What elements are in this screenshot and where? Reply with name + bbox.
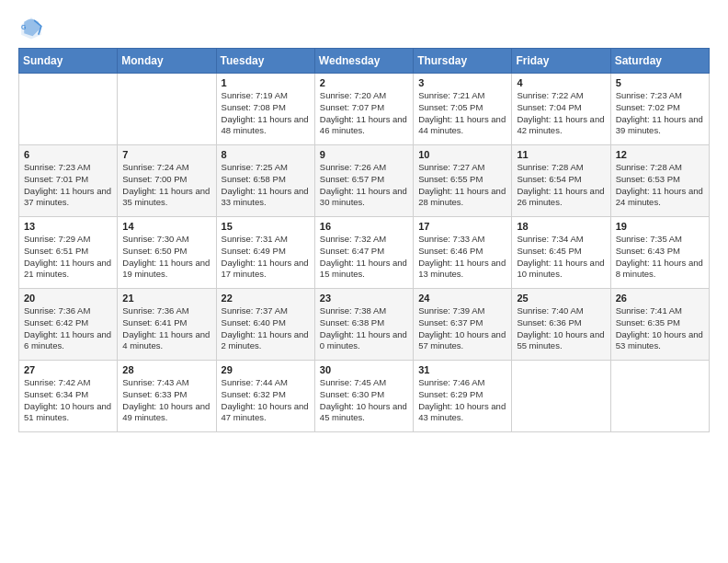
day-info: Sunrise: 7:23 AM Sunset: 7:02 PM Dayligh… — [616, 90, 704, 137]
day-info: Sunrise: 7:45 AM Sunset: 6:30 PM Dayligh… — [320, 377, 408, 424]
col-header-thursday: Thursday — [414, 49, 512, 74]
logo-icon: G — [18, 15, 44, 40]
calendar-cell: 15Sunrise: 7:31 AM Sunset: 6:49 PM Dayli… — [216, 217, 314, 289]
day-number: 27 — [24, 364, 112, 375]
day-number: 16 — [320, 221, 408, 232]
day-number: 5 — [616, 77, 704, 88]
day-info: Sunrise: 7:36 AM Sunset: 6:42 PM Dayligh… — [24, 305, 112, 352]
calendar-cell: 16Sunrise: 7:32 AM Sunset: 6:47 PM Dayli… — [314, 217, 413, 289]
day-number: 25 — [517, 293, 605, 304]
day-info: Sunrise: 7:34 AM Sunset: 6:45 PM Dayligh… — [517, 234, 605, 281]
calendar-week-3: 13Sunrise: 7:29 AM Sunset: 6:51 PM Dayli… — [19, 217, 710, 289]
day-info: Sunrise: 7:39 AM Sunset: 6:37 PM Dayligh… — [418, 305, 506, 352]
day-info: Sunrise: 7:28 AM Sunset: 6:53 PM Dayligh… — [616, 162, 704, 209]
day-info: Sunrise: 7:35 AM Sunset: 6:43 PM Dayligh… — [616, 234, 704, 281]
day-number: 24 — [418, 293, 506, 304]
day-number: 12 — [616, 149, 704, 160]
day-info: Sunrise: 7:23 AM Sunset: 7:01 PM Dayligh… — [24, 162, 112, 209]
calendar-cell: 28Sunrise: 7:43 AM Sunset: 6:33 PM Dayli… — [118, 361, 216, 432]
calendar-cell: 26Sunrise: 7:41 AM Sunset: 6:35 PM Dayli… — [610, 289, 709, 361]
day-number: 31 — [418, 364, 506, 375]
calendar-cell: 2Sunrise: 7:20 AM Sunset: 7:07 PM Daylig… — [314, 74, 413, 145]
day-info: Sunrise: 7:28 AM Sunset: 6:54 PM Dayligh… — [517, 162, 605, 209]
calendar-week-1: 1Sunrise: 7:19 AM Sunset: 7:08 PM Daylig… — [19, 74, 710, 145]
calendar-cell: 4Sunrise: 7:22 AM Sunset: 7:04 PM Daylig… — [512, 74, 610, 145]
day-info: Sunrise: 7:26 AM Sunset: 6:57 PM Dayligh… — [320, 162, 408, 209]
day-number: 28 — [122, 364, 210, 375]
logo: G — [18, 15, 48, 40]
svg-text:G: G — [21, 24, 27, 30]
day-info: Sunrise: 7:25 AM Sunset: 6:58 PM Dayligh… — [222, 162, 310, 209]
day-number: 10 — [418, 149, 506, 160]
day-number: 29 — [222, 364, 310, 375]
col-header-monday: Monday — [118, 49, 216, 74]
day-info: Sunrise: 7:22 AM Sunset: 7:04 PM Dayligh… — [517, 90, 605, 137]
calendar-cell: 18Sunrise: 7:34 AM Sunset: 6:45 PM Dayli… — [512, 217, 610, 289]
calendar-week-2: 6Sunrise: 7:23 AM Sunset: 7:01 PM Daylig… — [19, 145, 710, 217]
day-number: 30 — [320, 364, 408, 375]
day-number: 6 — [24, 149, 112, 160]
day-info: Sunrise: 7:43 AM Sunset: 6:33 PM Dayligh… — [122, 377, 210, 424]
calendar-cell: 13Sunrise: 7:29 AM Sunset: 6:51 PM Dayli… — [19, 217, 118, 289]
day-number: 9 — [320, 149, 408, 160]
day-number: 20 — [24, 293, 112, 304]
day-number: 7 — [122, 149, 210, 160]
calendar-cell — [512, 361, 610, 432]
calendar-cell: 9Sunrise: 7:26 AM Sunset: 6:57 PM Daylig… — [314, 145, 413, 217]
calendar-cell: 12Sunrise: 7:28 AM Sunset: 6:53 PM Dayli… — [610, 145, 709, 217]
day-info: Sunrise: 7:42 AM Sunset: 6:34 PM Dayligh… — [24, 377, 112, 424]
calendar-cell — [118, 74, 216, 145]
day-number: 14 — [122, 221, 210, 232]
day-info: Sunrise: 7:44 AM Sunset: 6:32 PM Dayligh… — [222, 377, 310, 424]
day-info: Sunrise: 7:29 AM Sunset: 6:51 PM Dayligh… — [24, 234, 112, 281]
calendar-cell: 31Sunrise: 7:46 AM Sunset: 6:29 PM Dayli… — [414, 361, 512, 432]
day-info: Sunrise: 7:24 AM Sunset: 7:00 PM Dayligh… — [122, 162, 210, 209]
day-number: 19 — [616, 221, 704, 232]
day-info: Sunrise: 7:46 AM Sunset: 6:29 PM Dayligh… — [418, 377, 506, 424]
calendar-cell: 23Sunrise: 7:38 AM Sunset: 6:38 PM Dayli… — [314, 289, 413, 361]
day-number: 2 — [320, 77, 408, 88]
day-info: Sunrise: 7:19 AM Sunset: 7:08 PM Dayligh… — [222, 90, 310, 137]
day-info: Sunrise: 7:27 AM Sunset: 6:55 PM Dayligh… — [418, 162, 506, 209]
page-header: G — [18, 15, 710, 40]
day-info: Sunrise: 7:38 AM Sunset: 6:38 PM Dayligh… — [320, 305, 408, 352]
day-number: 11 — [517, 149, 605, 160]
day-info: Sunrise: 7:21 AM Sunset: 7:05 PM Dayligh… — [418, 90, 506, 137]
calendar-cell — [610, 361, 709, 432]
calendar-cell: 11Sunrise: 7:28 AM Sunset: 6:54 PM Dayli… — [512, 145, 610, 217]
calendar-week-4: 20Sunrise: 7:36 AM Sunset: 6:42 PM Dayli… — [19, 289, 710, 361]
calendar-cell: 21Sunrise: 7:36 AM Sunset: 6:41 PM Dayli… — [118, 289, 216, 361]
col-header-sunday: Sunday — [19, 49, 118, 74]
day-number: 13 — [24, 221, 112, 232]
calendar-cell: 1Sunrise: 7:19 AM Sunset: 7:08 PM Daylig… — [216, 74, 314, 145]
calendar-header-row: SundayMondayTuesdayWednesdayThursdayFrid… — [19, 49, 710, 74]
calendar-cell: 30Sunrise: 7:45 AM Sunset: 6:30 PM Dayli… — [314, 361, 413, 432]
day-info: Sunrise: 7:41 AM Sunset: 6:35 PM Dayligh… — [616, 305, 704, 352]
calendar-cell: 19Sunrise: 7:35 AM Sunset: 6:43 PM Dayli… — [610, 217, 709, 289]
calendar-week-5: 27Sunrise: 7:42 AM Sunset: 6:34 PM Dayli… — [19, 361, 710, 432]
calendar-cell: 6Sunrise: 7:23 AM Sunset: 7:01 PM Daylig… — [19, 145, 118, 217]
day-number: 8 — [222, 149, 310, 160]
col-header-saturday: Saturday — [610, 49, 709, 74]
calendar-cell: 5Sunrise: 7:23 AM Sunset: 7:02 PM Daylig… — [610, 74, 709, 145]
calendar-cell: 17Sunrise: 7:33 AM Sunset: 6:46 PM Dayli… — [414, 217, 512, 289]
calendar-cell: 25Sunrise: 7:40 AM Sunset: 6:36 PM Dayli… — [512, 289, 610, 361]
calendar-cell: 14Sunrise: 7:30 AM Sunset: 6:50 PM Dayli… — [118, 217, 216, 289]
day-number: 4 — [517, 77, 605, 88]
day-info: Sunrise: 7:30 AM Sunset: 6:50 PM Dayligh… — [122, 234, 210, 281]
day-info: Sunrise: 7:37 AM Sunset: 6:40 PM Dayligh… — [222, 305, 310, 352]
calendar-cell: 20Sunrise: 7:36 AM Sunset: 6:42 PM Dayli… — [19, 289, 118, 361]
day-number: 26 — [616, 293, 704, 304]
calendar-cell: 22Sunrise: 7:37 AM Sunset: 6:40 PM Dayli… — [216, 289, 314, 361]
col-header-wednesday: Wednesday — [314, 49, 413, 74]
day-number: 15 — [222, 221, 310, 232]
calendar-cell: 24Sunrise: 7:39 AM Sunset: 6:37 PM Dayli… — [414, 289, 512, 361]
calendar-cell: 29Sunrise: 7:44 AM Sunset: 6:32 PM Dayli… — [216, 361, 314, 432]
day-info: Sunrise: 7:36 AM Sunset: 6:41 PM Dayligh… — [122, 305, 210, 352]
day-number: 1 — [222, 77, 310, 88]
day-number: 3 — [418, 77, 506, 88]
calendar-table: SundayMondayTuesdayWednesdayThursdayFrid… — [18, 48, 710, 432]
day-number: 22 — [222, 293, 310, 304]
calendar-cell: 3Sunrise: 7:21 AM Sunset: 7:05 PM Daylig… — [414, 74, 512, 145]
day-info: Sunrise: 7:33 AM Sunset: 6:46 PM Dayligh… — [418, 234, 506, 281]
